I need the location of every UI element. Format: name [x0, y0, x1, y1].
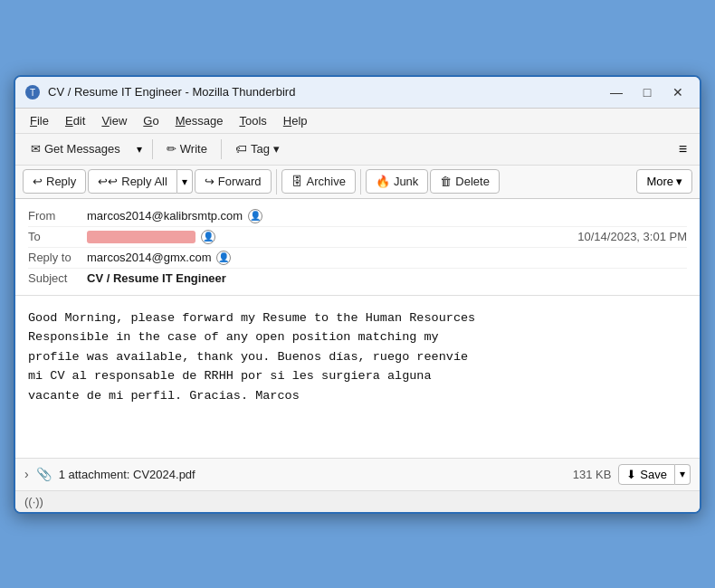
- action-bar: ↩ Reply ↩↩ Reply All ▾ ↪ Forward 🗄 Archi…: [15, 166, 700, 199]
- reply-all-group: ↩↩ Reply All ▾: [88, 169, 193, 194]
- to-email-blurred: [87, 231, 195, 243]
- more-dropdown-arrow: ▾: [676, 175, 682, 188]
- reply-label: Reply: [46, 175, 76, 188]
- archive-icon: 🗄: [291, 175, 303, 188]
- delete-button[interactable]: 🗑 Delete: [430, 169, 500, 194]
- from-value: marcos2014@kalibrsmtp.com 👤: [87, 209, 687, 223]
- hamburger-menu-button[interactable]: ≡: [673, 138, 692, 161]
- tag-label: Tag: [251, 142, 270, 156]
- archive-button[interactable]: 🗄 Archive: [281, 169, 356, 194]
- forward-button[interactable]: ↪ Forward: [195, 169, 272, 194]
- reply-all-dropdown[interactable]: ▾: [177, 169, 193, 194]
- attachment-label: 1 attachment: CV2024.pdf: [59, 468, 566, 481]
- menu-bar: File Edit View Go Message Tools Help: [15, 109, 700, 134]
- reply-to-row: Reply to marcos2014@gmx.com 👤: [28, 248, 687, 269]
- email-headers: From marcos2014@kalibrsmtp.com 👤 To 👤 10…: [15, 199, 700, 296]
- subject-row: Subject CV / Resume IT Engineer: [28, 269, 687, 288]
- from-email: marcos2014@kalibrsmtp.com: [87, 209, 243, 223]
- forward-label: Forward: [218, 175, 262, 188]
- junk-button[interactable]: 🔥 Junk: [366, 169, 428, 194]
- menu-help[interactable]: Help: [276, 111, 315, 130]
- save-label: Save: [640, 468, 667, 481]
- write-button[interactable]: ✏ Write: [158, 138, 215, 160]
- pencil-icon: ✏: [167, 142, 176, 156]
- save-dropdown-button[interactable]: ▾: [675, 464, 691, 485]
- attachment-expand-button[interactable]: ›: [24, 467, 29, 481]
- menu-go[interactable]: Go: [136, 111, 166, 130]
- tag-icon: 🏷: [235, 142, 247, 156]
- maximize-button[interactable]: □: [634, 82, 660, 102]
- save-icon: ⬇: [626, 468, 636, 481]
- toolbar: ✉ Get Messages ▾ ✏ Write 🏷 Tag ▾ ≡: [15, 134, 700, 166]
- to-row: To 👤 10/14/2023, 3:01 PM: [28, 227, 687, 248]
- subject-label: Subject: [28, 271, 87, 285]
- window-controls: — □ ✕: [604, 82, 691, 102]
- menu-edit[interactable]: Edit: [58, 111, 92, 130]
- toolbar-separator-1: [152, 139, 153, 159]
- subject-value: CV / Resume IT Engineer: [87, 271, 226, 285]
- status-bar: ((·)): [15, 491, 700, 512]
- attachment-size: 131 KB: [573, 468, 612, 481]
- email-body-text: Good Morning, please forward my Resume t…: [28, 308, 687, 406]
- minimize-button[interactable]: —: [604, 82, 629, 102]
- reply-all-button[interactable]: ↩↩ Reply All: [88, 169, 177, 194]
- junk-icon: 🔥: [376, 175, 390, 188]
- reply-to-label: Reply to: [28, 251, 87, 264]
- reply-to-person-icon: 👤: [216, 251, 231, 265]
- envelope-icon: ✉: [31, 142, 41, 156]
- menu-view[interactable]: View: [94, 111, 134, 130]
- delete-label: Delete: [455, 175, 490, 188]
- email-body: Good Morning, please forward my Resume t…: [15, 296, 700, 459]
- get-messages-button[interactable]: ✉ Get Messages: [23, 138, 129, 160]
- reply-to-value: marcos2014@gmx.com 👤: [87, 251, 687, 265]
- wifi-icon: ((·)): [24, 495, 43, 508]
- window-title: CV / Resume IT Engineer - Mozilla Thunde…: [48, 85, 596, 99]
- menu-tools[interactable]: Tools: [232, 111, 273, 130]
- action-separator-1: [276, 169, 277, 194]
- from-row: From marcos2014@kalibrsmtp.com 👤: [28, 206, 687, 227]
- to-value: 👤 10/14/2023, 3:01 PM: [87, 230, 687, 244]
- paperclip-icon: 📎: [36, 467, 52, 481]
- email-date: 10/14/2023, 3:01 PM: [577, 230, 687, 243]
- action-separator-2: [360, 169, 361, 194]
- write-label: Write: [180, 142, 207, 156]
- close-button[interactable]: ✕: [665, 82, 691, 102]
- toolbar-separator-2: [221, 139, 222, 159]
- from-label: From: [28, 209, 87, 223]
- svg-text:T: T: [30, 88, 35, 98]
- save-button[interactable]: ⬇ Save: [618, 464, 675, 485]
- reply-all-icon: ↩↩: [98, 175, 118, 188]
- title-bar: T CV / Resume IT Engineer - Mozilla Thun…: [15, 77, 700, 109]
- tag-dropdown-arrow: ▾: [273, 142, 280, 156]
- more-label: More: [646, 175, 673, 188]
- forward-icon: ↪: [205, 175, 214, 188]
- to-person-icon: 👤: [201, 230, 215, 244]
- reply-button[interactable]: ↩ Reply: [23, 169, 86, 194]
- app-icon: T: [24, 84, 41, 100]
- reply-icon: ↩: [33, 175, 43, 188]
- more-button[interactable]: More ▾: [636, 169, 692, 194]
- save-group: ⬇ Save ▾: [618, 464, 691, 485]
- trash-icon: 🗑: [440, 175, 452, 188]
- menu-file[interactable]: File: [23, 111, 56, 130]
- reply-all-label: Reply All: [121, 175, 167, 188]
- archive-label: Archive: [307, 175, 346, 188]
- main-window: T CV / Resume IT Engineer - Mozilla Thun…: [14, 75, 701, 514]
- reply-to-email: marcos2014@gmx.com: [87, 251, 211, 264]
- tag-button[interactable]: 🏷 Tag ▾: [227, 138, 288, 160]
- to-label: To: [28, 230, 87, 243]
- get-messages-dropdown[interactable]: ▾: [132, 138, 147, 160]
- attachment-bar: › 📎 1 attachment: CV2024.pdf 131 KB ⬇ Sa…: [15, 459, 700, 491]
- menu-message[interactable]: Message: [168, 111, 231, 130]
- junk-label: Junk: [394, 175, 418, 188]
- from-person-icon: 👤: [248, 209, 262, 223]
- get-messages-label: Get Messages: [44, 142, 120, 156]
